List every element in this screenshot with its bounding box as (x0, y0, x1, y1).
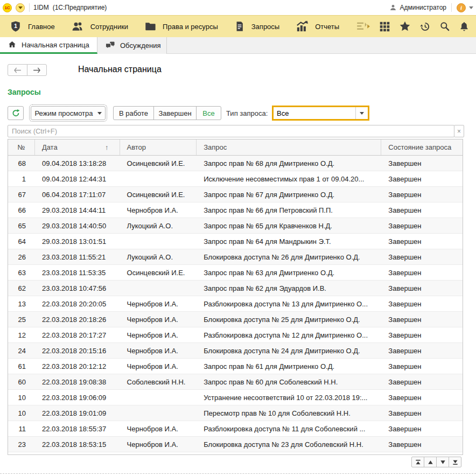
cell-status: Завершен (381, 312, 463, 327)
table-row[interactable]: 2322.03.2018 18:53:15Чернобров И.А.Блоки… (8, 437, 463, 452)
cell-request: Пересмотр прав № 10 для Соболевский Н.Н. (197, 405, 381, 421)
menu-item-requests[interactable]: Запросы (234, 20, 279, 32)
table-row[interactable]: 2522.03.2018 20:18:26Чернобров И.А.Блоки… (8, 312, 463, 327)
table-row[interactable]: 6223.03.2018 10:47:56Запрос прав № 62 дл… (8, 281, 463, 296)
cell-request: Запрос прав № 66 для Петровский П.П. (197, 202, 381, 218)
scroll-down-button[interactable] (436, 457, 449, 467)
svg-text:1: 1 (14, 23, 17, 29)
cell-status: Завершен (381, 234, 463, 249)
table-row[interactable]: 6429.03.2018 13:01:51Запрос прав № 64 дл… (8, 234, 463, 249)
cell-num: 24 (8, 343, 35, 358)
combo-dropdown-button[interactable] (355, 107, 368, 119)
table-scroll-buttons (411, 457, 461, 467)
cell-request: Запрос прав № 67 для Дмитриенко О.Д. (197, 187, 381, 202)
functions-menu-icon[interactable] (356, 21, 370, 32)
cell-author: Чернобров И.А. (120, 296, 197, 311)
table-row[interactable]: 6022.03.2018 19:08:38Соболевский Н.Н.Зап… (8, 374, 463, 390)
menu-item-rights-resources[interactable]: Права и ресурсы (144, 20, 218, 32)
back-button[interactable] (8, 64, 27, 76)
table-row[interactable]: 1022.03.2018 19:01:09Пересмотр прав № 10… (8, 405, 463, 421)
request-type-combobox[interactable]: Все (272, 106, 369, 121)
favorites-star-icon[interactable] (399, 20, 411, 32)
user-name[interactable]: Администратор (400, 4, 446, 11)
tab-home[interactable]: Начальная страница (0, 37, 97, 54)
people-icon (71, 20, 84, 32)
cell-author: Осинцевский И.Е. (120, 187, 197, 202)
table-row[interactable]: 6529.03.2018 14:40:50Лукоцкий А.О.Запрос… (8, 218, 463, 234)
bottom-dashed-divider (0, 473, 476, 474)
all-functions-grid-icon[interactable] (379, 21, 390, 32)
table-row[interactable]: 2623.03.2018 11:55:21Лукоцкий А.О.Блокир… (8, 249, 463, 265)
tabbar: Начальная страница Обсуждения (0, 37, 476, 54)
cell-num: 11 (8, 421, 35, 436)
column-header-date[interactable]: Дата↑ (35, 139, 120, 155)
cell-num: 66 (8, 202, 35, 218)
cell-status: Завершен (381, 187, 463, 202)
cell-request: Исключение несовместимых прав 1 от 09.04… (197, 171, 381, 186)
cell-num: 12 (8, 327, 35, 342)
filter-all[interactable]: Все (196, 106, 221, 120)
info-button[interactable]: i (457, 3, 466, 12)
table-row[interactable]: 1022.03.2018 19:06:09Устранение несоотве… (8, 390, 463, 405)
chevron-down-icon[interactable] (469, 6, 473, 9)
table-row[interactable]: 1322.03.2018 20:20:05Чернобров И.А.Разбл… (8, 296, 463, 312)
user-icon (389, 4, 397, 11)
search-input[interactable]: Поиск (Ctrl+F) (8, 125, 454, 137)
scroll-bottom-button[interactable] (449, 457, 461, 467)
table-row[interactable]: 6629.03.2018 14:44:11Чернобров И.А.Запро… (8, 202, 463, 218)
table-row[interactable]: 109.04.2018 12:44:31Исключение несовмест… (8, 171, 463, 187)
cell-num: 67 (8, 187, 35, 202)
column-header-request[interactable]: Запрос (197, 139, 381, 155)
cell-status: Завершен (381, 281, 463, 296)
table-row[interactable]: 6122.03.2018 20:12:12Чернобров И.А.Запро… (8, 359, 463, 374)
cell-author (120, 405, 197, 421)
shield-1-icon: 1 (10, 20, 22, 32)
cell-date: 22.03.2018 20:17:27 (35, 327, 120, 342)
cell-status: Завершен (381, 374, 463, 389)
forward-button[interactable] (27, 64, 47, 76)
home-icon (8, 40, 17, 49)
scroll-up-button[interactable] (424, 457, 437, 467)
tab-discussions[interactable]: Обсуждения (97, 37, 167, 54)
table-header: № Дата↑ Автор Запрос Состояние запроса (8, 139, 463, 156)
menu-item-reports[interactable]: Отчеты (296, 20, 339, 32)
main-menubar: 1 Главное Сотрудники Права и ресурсы Зап… (0, 15, 476, 37)
table-row[interactable]: 2422.03.2018 20:15:16Чернобров И.А.Блоки… (8, 343, 463, 359)
cell-status: Завершен (381, 437, 463, 452)
cell-status: Завершен (381, 359, 463, 374)
cell-status: Завершен (381, 265, 463, 280)
cell-author: Осинцевский И.Е. (120, 156, 197, 171)
filter-completed[interactable]: Завершен (153, 106, 197, 120)
column-header-author[interactable]: Автор (120, 139, 197, 155)
notifications-bell-icon[interactable] (459, 21, 470, 32)
menu-item-main[interactable]: 1 Главное (10, 20, 55, 32)
table-row[interactable]: 1222.03.2018 20:17:27Чернобров И.А.Разбл… (8, 327, 463, 343)
column-header-num[interactable]: № (8, 139, 35, 155)
cell-date: 29.03.2018 14:40:50 (35, 218, 120, 233)
cell-num: 61 (8, 359, 35, 374)
main-menu-button[interactable] (16, 3, 25, 12)
table-row[interactable]: 6323.03.2018 11:53:35Осинцевский И.Е.Зап… (8, 265, 463, 281)
cell-date: 22.03.2018 20:20:05 (35, 296, 120, 311)
column-header-status[interactable]: Состояние запроса (381, 139, 463, 155)
cell-request: Запрос прав № 62 для Эдуардов И.В. (197, 281, 381, 296)
table-row[interactable]: 6706.04.2018 17:11:07Осинцевский И.Е.Зап… (8, 187, 463, 202)
table-row[interactable]: 1122.03.2018 18:55:37Чернобров И.А.Разбл… (8, 421, 463, 437)
chevron-down-icon (97, 112, 102, 115)
history-icon[interactable] (419, 21, 431, 32)
cell-author: Чернобров И.А. (120, 421, 197, 436)
table-row[interactable]: 6809.04.2018 13:18:28Осинцевский И.Е.Зап… (8, 156, 463, 171)
refresh-icon (11, 109, 20, 117)
cell-request: Разблокировка доступа № 11 для Соболевск… (197, 421, 381, 436)
filter-in-progress[interactable]: В работе (113, 106, 154, 120)
scroll-top-button[interactable] (411, 457, 424, 467)
search-clear-button[interactable]: × (454, 125, 464, 137)
search-icon[interactable] (439, 21, 450, 32)
cell-author: Чернобров И.А. (120, 202, 197, 218)
view-mode-dropdown[interactable]: Режим просмотра (31, 106, 106, 120)
1c-logo-icon[interactable]: 1С (3, 3, 12, 12)
sort-asc-icon: ↑ (105, 143, 109, 151)
refresh-button[interactable] (8, 106, 24, 120)
menu-item-employees[interactable]: Сотрудники (71, 20, 128, 32)
cell-date: 22.03.2018 19:01:09 (35, 405, 120, 421)
